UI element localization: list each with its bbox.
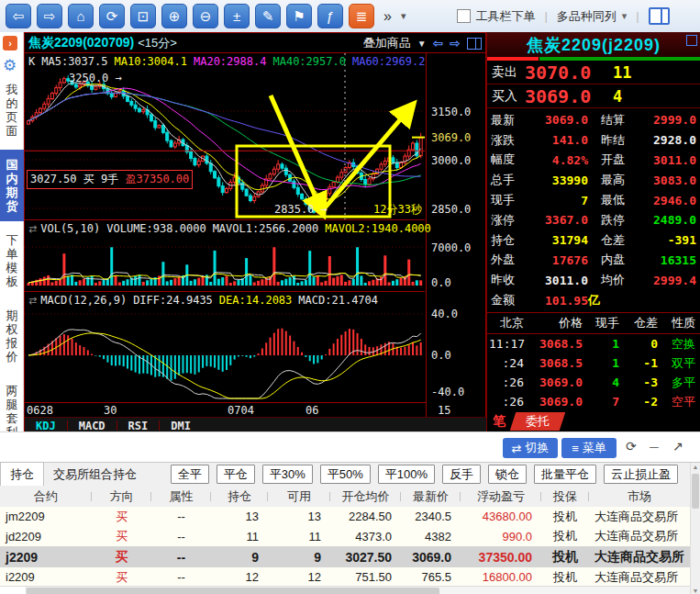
bid-row: 买入 3069.0 4 xyxy=(487,84,700,108)
action-button-批量平仓[interactable]: 批量平仓 xyxy=(534,465,596,484)
refresh-icon[interactable]: ⟳ xyxy=(626,439,637,454)
indicator-value: MA20:2988.4 xyxy=(194,55,266,68)
stat-label: 昨收 xyxy=(491,272,531,288)
action-button-反手[interactable]: 反手 xyxy=(442,465,481,484)
vertical-scrollbar[interactable]: ▲ ▼ xyxy=(690,463,700,594)
switch-button[interactable]: ⇄ 切换 xyxy=(503,438,558,458)
v-scroll-thumb[interactable] xyxy=(692,474,699,509)
position-row-jd2209[interactable]: jd2209买--11114373.04382990.0投机大连商品交易所 xyxy=(0,527,690,547)
cell-pnl: 37350.00 xyxy=(461,550,541,565)
macd-pane[interactable]: ⇄MACD(12,26,9)DIFF:24.9435DEA:14.2083MAC… xyxy=(25,291,425,402)
indicator-tab-rsi[interactable]: RSI xyxy=(117,420,160,432)
order-checkbox[interactable] xyxy=(457,9,471,23)
prev-symbol-arrow-icon[interactable]: ⇦ xyxy=(433,36,444,50)
kline-pane[interactable]: KMA5:3037.5MA10:3004.1MA20:2988.4MA40:29… xyxy=(25,53,425,219)
sidebar-item-4[interactable]: 期权报价 xyxy=(0,300,24,372)
sidebar-expand-button[interactable]: › xyxy=(3,36,17,50)
h-scroll-thumb[interactable] xyxy=(27,588,439,594)
indicator-tab-kdj[interactable]: KDJ xyxy=(25,420,67,432)
swap-indicator-icon[interactable]: ⇄ xyxy=(28,223,37,234)
action-button-平仓[interactable]: 平仓 xyxy=(217,465,255,484)
stat-value: 2999.4 xyxy=(643,274,696,287)
indicator-settings-button[interactable]: ± xyxy=(224,4,250,28)
forward-button[interactable]: ⇨ xyxy=(37,4,62,28)
overlay-caret-icon[interactable]: ▼ xyxy=(417,39,427,49)
stat-value: 7 xyxy=(531,194,588,207)
tab-tick[interactable]: 笔 xyxy=(493,413,506,430)
tick-nature: 空换 xyxy=(658,336,695,353)
indicator-value: VOL(5,10) xyxy=(40,222,100,235)
position-row-jm2209[interactable]: jm2209买--13132284.502340.543680.00投机大连商品… xyxy=(0,507,690,527)
positions-table-header: 合约方向属性持仓可用开仓均价最新价浮动盈亏投保市场 xyxy=(0,486,690,507)
positions-tab-1[interactable]: 持仓 xyxy=(0,462,44,488)
stat-value: 33990 xyxy=(531,174,588,187)
toolbar-buttons: ⇦⇨⌂⟳⊡⊕⊖±✎⚑ƒ≣ xyxy=(6,4,374,28)
indicator-tab-dmi[interactable]: DMI xyxy=(160,420,202,432)
cell-attr: -- xyxy=(151,510,211,523)
stat-value: 16315 xyxy=(643,253,696,267)
sidebar-item-2[interactable]: 国内期货 xyxy=(0,150,24,221)
home-button[interactable]: ⌂ xyxy=(68,4,94,28)
draw-pencil-icon: ✎ xyxy=(262,8,274,25)
formula-button[interactable]: ƒ xyxy=(317,4,343,28)
flag-mark-button[interactable]: ⚑ xyxy=(286,4,312,28)
cell-avg: 2284.50 xyxy=(330,510,401,523)
stat-label: 昨结 xyxy=(601,132,643,149)
draw-pencil-button[interactable]: ✎ xyxy=(255,4,281,28)
expand-icon[interactable]: ↗ xyxy=(672,439,683,454)
time-axis-label: 30 xyxy=(104,404,117,417)
restore-window-icon[interactable] xyxy=(686,35,697,46)
tick-time: :26 xyxy=(489,395,524,409)
minimize-icon[interactable]: ＿ xyxy=(648,434,661,451)
horizontal-scrollbar[interactable] xyxy=(0,586,690,594)
split-layout-icon[interactable] xyxy=(649,7,670,25)
stat-value: 31794 xyxy=(531,233,588,247)
action-button-全平[interactable]: 全平 xyxy=(171,465,209,484)
next-symbol-arrow-icon[interactable]: ⇨ xyxy=(450,36,461,50)
tick-header: 北京 xyxy=(489,315,524,331)
menu-button[interactable]: ≡ 菜单 xyxy=(561,438,617,458)
scroll-down-arrow-icon[interactable]: ▼ xyxy=(691,588,700,594)
tick-time: :24 xyxy=(489,356,524,370)
bid-price[interactable]: 3069.0 xyxy=(525,85,613,107)
cell-market: 大连商品交易所 xyxy=(589,528,690,544)
cell-last: 765.5 xyxy=(401,570,461,584)
indicator-tab-macd[interactable]: MACD xyxy=(68,420,117,432)
positions-tab-2[interactable]: 交易所组合持仓 xyxy=(44,463,146,487)
multi-symbol-dropdown[interactable]: 多品种同列 ▾ xyxy=(557,8,628,25)
header-hedge: 投保 xyxy=(541,488,589,505)
sidebar-item-1[interactable]: 我的页面 xyxy=(0,74,24,146)
zoom-in-button[interactable]: ⊕ xyxy=(161,4,187,28)
refresh-button[interactable]: ⟳ xyxy=(99,4,125,28)
crop-button[interactable]: ⊡ xyxy=(130,4,156,28)
volume-pane[interactable]: ⇄VOL(5,10)VOLUME:938.0000MAVOL1:2566.200… xyxy=(25,219,425,291)
settings-gear-icon[interactable]: ⚙ xyxy=(3,56,17,75)
axis-tick-label: 7000.0 xyxy=(431,241,471,254)
quote-stat-row: 持仓31794仓差-391 xyxy=(487,230,700,251)
toolbar-order-checkbox-group[interactable]: 工具栏下单 xyxy=(457,8,535,25)
swap-indicator-icon[interactable]: ⇄ xyxy=(28,295,37,306)
tab-orders[interactable]: 委托 xyxy=(510,412,565,431)
back-button[interactable]: ⇦ xyxy=(6,4,31,28)
overlay-symbol-button[interactable]: 叠加商品 xyxy=(363,35,411,51)
quote-list-button[interactable]: ≣ xyxy=(349,4,374,28)
grid-layout-icon[interactable] xyxy=(467,38,482,50)
zoom-out-button[interactable]: ⊖ xyxy=(193,4,218,28)
toolbar-dropdown-caret-icon[interactable]: ▾ xyxy=(401,10,406,22)
scroll-up-arrow-icon[interactable]: ▲ xyxy=(691,464,700,470)
action-button-锁仓[interactable]: 锁仓 xyxy=(488,465,527,484)
ask-price[interactable]: 3070.0 xyxy=(525,62,613,84)
action-button-云止损止盈[interactable]: 云止损止盈 xyxy=(604,465,678,484)
sidebar-item-3[interactable]: 下单模板 xyxy=(0,225,24,297)
action-button-平30[interactable]: 平30% xyxy=(262,465,313,484)
amount-value: 101.95 xyxy=(531,294,588,308)
action-button-平100[interactable]: 平100% xyxy=(378,465,435,484)
position-row-i2209[interactable]: i2209买--1212751.50765.516800.00投机大连商品交易所 xyxy=(0,567,690,588)
menu-label: 菜单 xyxy=(583,440,606,456)
volume-indicator-readout: ⇄VOL(5,10)VOLUME:938.0000MAVOL1:2566.200… xyxy=(28,222,438,235)
position-row-j2209[interactable]: j2209买--993027.503069.037350.00投机大连商品交易所 xyxy=(0,546,690,567)
quote-title-bar: 焦炭2209(j2209) xyxy=(487,32,700,57)
action-button-平50[interactable]: 平50% xyxy=(320,465,371,484)
toolbar-overflow-button[interactable]: » xyxy=(383,8,392,25)
stat-value: 4.82% xyxy=(531,153,588,167)
